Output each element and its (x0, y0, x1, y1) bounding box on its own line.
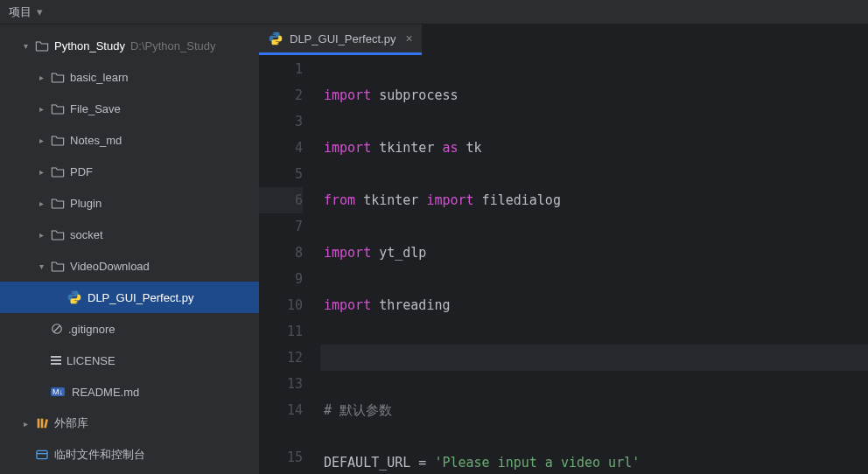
chevron-right-icon[interactable]: ▸ (19, 419, 32, 429)
scratch-icon (35, 448, 49, 462)
file-license[interactable]: LICENSE (0, 345, 259, 376)
folder-label: VideoDownload (70, 260, 150, 273)
folder-plugin[interactable]: ▸ Plugin (0, 187, 259, 219)
code-editor[interactable]: 1 2 3 4 5 6 7 8 9 10 11 12 13 14 15 impo… (259, 56, 868, 474)
code-content[interactable]: import subprocess import tkinter as tk f… (320, 56, 868, 474)
folder-label: basic_learn (70, 71, 129, 84)
chevron-down-icon[interactable]: ▾ (35, 261, 47, 271)
folder-pdf[interactable]: ▸ PDF (0, 156, 259, 187)
folder-icon (51, 260, 65, 272)
close-icon[interactable]: × (405, 31, 412, 45)
file-label: README.md (72, 386, 139, 399)
svg-line-1 (54, 326, 60, 332)
file-readme[interactable]: M↓ README.md (0, 376, 259, 408)
gitignore-icon (51, 323, 63, 335)
external-libraries[interactable]: ▸ 外部库 (0, 408, 259, 439)
folder-icon (51, 102, 65, 115)
folder-label: File_Save (70, 102, 121, 115)
editor-tabbar: DLP_GUI_Perfect.py × (259, 24, 868, 56)
editor-panel: DLP_GUI_Perfect.py × 1 2 3 4 5 6 7 8 9 1… (259, 24, 868, 474)
folder-notes-md[interactable]: ▸ Notes_md (0, 124, 259, 156)
svg-rect-2 (38, 419, 40, 429)
python-file-icon (66, 289, 82, 305)
folder-icon (51, 228, 65, 240)
file-dlp-gui-perfect[interactable]: DLP_GUI_Perfect.py (0, 282, 259, 313)
file-label: DLP_GUI_Perfect.py (88, 291, 193, 304)
chevron-down-icon[interactable]: ▾ (37, 5, 43, 18)
project-sidebar: ▾ Python_Study D:\Python_Study ▸ basic_l… (0, 24, 259, 474)
folder-label: Plugin (70, 197, 102, 210)
editor-tab-active[interactable]: DLP_GUI_Perfect.py × (259, 24, 422, 55)
folder-icon (51, 197, 65, 209)
folder-file-save[interactable]: ▸ File_Save (0, 93, 259, 124)
folder-label: PDF (70, 165, 93, 178)
folder-icon (51, 134, 65, 146)
file-label: .gitignore (68, 323, 115, 336)
markdown-icon: M↓ (51, 387, 66, 396)
external-lib-label: 外部库 (54, 415, 88, 431)
svg-rect-5 (37, 450, 47, 458)
text-file-icon (51, 356, 61, 365)
chevron-right-icon[interactable]: ▸ (35, 136, 47, 145)
library-icon (35, 416, 49, 430)
scratch-label: 临时文件和控制台 (54, 447, 145, 463)
file-label: LICENSE (66, 354, 116, 367)
line-number-gutter: 1 2 3 4 5 6 7 8 9 10 11 12 13 14 15 (259, 56, 320, 474)
folder-icon (51, 165, 65, 178)
folder-socket[interactable]: ▸ socket (0, 219, 259, 250)
scratches-consoles[interactable]: 临时文件和控制台 (0, 439, 259, 471)
python-file-icon (268, 31, 284, 46)
folder-icon (35, 39, 49, 52)
folder-label: Notes_md (70, 134, 122, 147)
folder-basic-learn[interactable]: ▸ basic_learn (0, 61, 259, 93)
svg-rect-4 (44, 419, 48, 428)
folder-icon (51, 71, 65, 83)
svg-rect-3 (41, 419, 44, 429)
chevron-right-icon[interactable]: ▸ (35, 230, 47, 240)
chevron-right-icon[interactable]: ▸ (35, 73, 47, 82)
chevron-right-icon[interactable]: ▸ (35, 104, 47, 114)
file-gitignore[interactable]: .gitignore (0, 313, 259, 345)
folder-label: socket (70, 228, 103, 241)
tab-label: DLP_GUI_Perfect.py (290, 32, 396, 45)
project-header-title[interactable]: 项目 (9, 4, 32, 20)
chevron-down-icon[interactable]: ▾ (19, 41, 32, 51)
chevron-right-icon[interactable]: ▸ (35, 199, 47, 208)
project-root[interactable]: ▾ Python_Study D:\Python_Study (0, 30, 259, 61)
project-header: 项目 ▾ (0, 0, 868, 24)
project-name: Python_Study (54, 39, 125, 52)
project-path: D:\Python_Study (130, 39, 216, 52)
chevron-right-icon[interactable]: ▸ (35, 167, 47, 177)
folder-videodownload[interactable]: ▾ VideoDownload (0, 250, 259, 282)
